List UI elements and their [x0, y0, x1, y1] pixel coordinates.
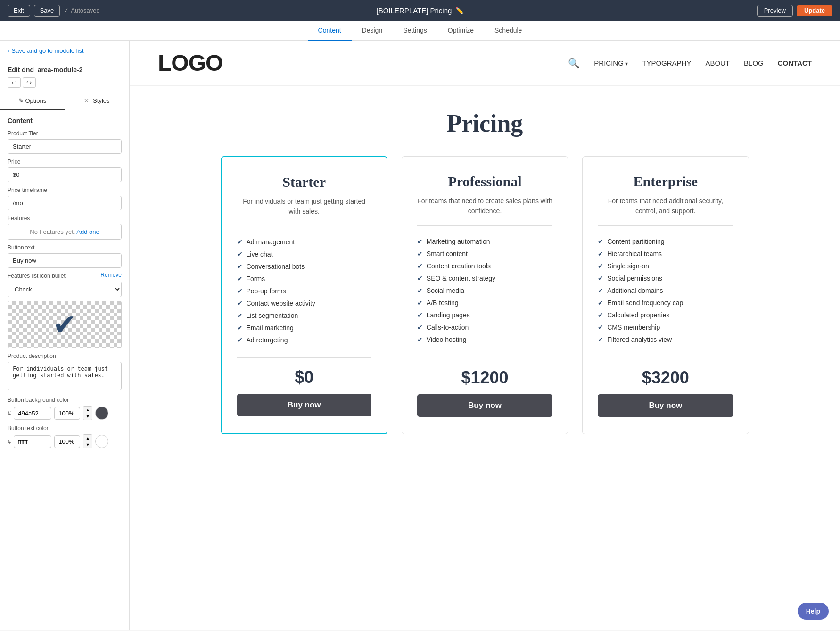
search-icon[interactable]: 🔍: [568, 58, 580, 69]
check-icon: ✔: [598, 287, 603, 294]
enterprise-price: $3200: [598, 368, 733, 388]
update-button[interactable]: Update: [797, 5, 832, 16]
tab-settings[interactable]: Settings: [393, 21, 437, 41]
back-to-module-list[interactable]: ‹ Save and go to module list: [0, 41, 129, 61]
list-item: ✔ Marketing automation: [417, 235, 552, 248]
starter-desc: For individuals or team just getting sta…: [237, 197, 371, 216]
nav-typography[interactable]: TYPOGRAPHY: [642, 59, 691, 67]
spin-up-bg[interactable]: ▲: [83, 407, 92, 413]
options-tab[interactable]: ✎ Options: [0, 92, 65, 110]
check-icon: ✔: [598, 250, 603, 257]
list-item: ✔ Video hosting: [417, 333, 552, 346]
styles-tab[interactable]: ✕ Styles: [65, 92, 129, 110]
spin-up-text[interactable]: ▲: [83, 435, 92, 441]
site-nav: 🔍 PRICING TYPOGRAPHY ABOUT BLOG CONTACT: [568, 58, 812, 69]
check-icon: ✔: [598, 311, 603, 319]
main-layout: ‹ Save and go to module list Edit dnd_ar…: [0, 41, 840, 630]
exit-button[interactable]: Exit: [8, 5, 30, 17]
site-header: LOGO 🔍 PRICING TYPOGRAPHY ABOUT BLOG CON…: [130, 41, 840, 86]
save-button[interactable]: Save: [34, 5, 60, 17]
product-desc-textarea[interactable]: For individuals or team just getting sta…: [8, 362, 122, 390]
list-item: ✔ A/B testing: [417, 297, 552, 309]
checkmark-preview: ✔: [8, 301, 122, 348]
btn-bg-color-row: # ▲ ▼: [8, 406, 122, 420]
undo-button[interactable]: ↩: [8, 77, 21, 88]
list-item: ✔ Pop-up forms: [237, 285, 371, 297]
price-timeframe-input[interactable]: [8, 196, 122, 210]
spin-down-bg[interactable]: ▼: [83, 413, 92, 420]
help-button[interactable]: Help: [798, 603, 829, 620]
professional-divider-bottom: [417, 358, 552, 358]
list-item: ✔ Landing pages: [417, 309, 552, 321]
history-controls: ↩ ↪: [0, 74, 129, 88]
pricing-grid: Starter For individuals or team just get…: [221, 156, 749, 434]
starter-buy-button[interactable]: Buy now: [237, 394, 371, 416]
add-feature-link[interactable]: Add one: [76, 228, 99, 235]
check-icon: ✔: [598, 262, 603, 270]
list-item: ✔ Calls-to-action: [417, 321, 552, 333]
bg-color-swatch[interactable]: [95, 407, 108, 420]
sidebar-title: Edit dnd_area-module-2: [0, 61, 129, 74]
spin-down-text[interactable]: ▼: [83, 441, 92, 448]
checkmark-icon: ✔: [53, 308, 76, 341]
redo-button[interactable]: ↪: [23, 77, 36, 88]
price-label: Price: [8, 158, 122, 165]
check-icon: ✓: [64, 7, 69, 14]
btn-bg-opacity-input[interactable]: [54, 407, 80, 420]
nav-blog[interactable]: BLOG: [744, 59, 764, 67]
list-item: ✔ List segmentation: [237, 309, 371, 322]
tab-content[interactable]: Content: [308, 21, 352, 41]
btn-bg-color-input[interactable]: [14, 407, 51, 420]
list-item: ✔ Single sign-on: [598, 260, 733, 272]
remove-icon-link[interactable]: Remove: [100, 272, 122, 278]
nav-pricing[interactable]: PRICING: [594, 59, 628, 67]
product-tier-input[interactable]: [8, 139, 122, 154]
preview-button[interactable]: Preview: [757, 5, 793, 17]
list-item: ✔ Filtered analytics view: [598, 333, 733, 346]
btn-text-opacity-input[interactable]: [54, 435, 80, 448]
professional-title: Professional: [417, 174, 552, 190]
tab-optimize[interactable]: Optimize: [437, 21, 484, 41]
price-input[interactable]: [8, 167, 122, 182]
list-item: ✔ Live chat: [237, 248, 371, 260]
enterprise-buy-button[interactable]: Buy now: [598, 394, 733, 417]
features-empty-state: No Features yet. Add one: [8, 224, 122, 240]
btn-text-color-input[interactable]: [14, 435, 51, 448]
pricing-card-enterprise: Enterprise For teams that need additiona…: [582, 156, 749, 434]
enterprise-features: ✔ Content partitioning ✔ Hierarchical te…: [598, 235, 733, 347]
check-icon: ✔: [237, 238, 243, 246]
check-icon: ✔: [417, 299, 423, 307]
tab-design[interactable]: Design: [352, 21, 393, 41]
enterprise-divider-bottom: [598, 358, 733, 358]
starter-price: $0: [237, 367, 371, 387]
professional-buy-button[interactable]: Buy now: [417, 394, 552, 417]
list-item: ✔ Ad management: [237, 236, 371, 248]
pencil-icon: ✎: [18, 97, 24, 104]
check-icon: ✔: [237, 287, 243, 295]
hash-label-bg: #: [8, 410, 11, 417]
list-item: ✔ Ad retargeting: [237, 334, 371, 346]
features-label-row: Features: [8, 210, 122, 224]
icon-select[interactable]: Check: [8, 282, 122, 297]
nav-about[interactable]: ABOUT: [705, 59, 730, 67]
text-color-swatch[interactable]: [95, 435, 108, 448]
check-icon: ✔: [237, 324, 243, 332]
btn-text-color-label: Button text color: [8, 425, 122, 432]
list-item: ✔ Conversational bots: [237, 260, 371, 273]
button-text-input[interactable]: [8, 253, 122, 268]
top-bar-right: Preview Update: [757, 5, 832, 17]
pricing-card-starter: Starter For individuals or team just get…: [221, 156, 387, 434]
check-icon: ✔: [417, 274, 423, 282]
starter-divider-bottom: [237, 357, 371, 358]
page-title: [BOILERPLATE] Pricing ✏️: [377, 7, 464, 15]
tab-schedule[interactable]: Schedule: [484, 21, 532, 41]
opacity-spinner-text: ▲ ▼: [83, 434, 92, 448]
check-icon: ✔: [417, 262, 423, 270]
check-icon: ✔: [598, 274, 603, 282]
list-item: ✔ Email marketing: [237, 322, 371, 334]
check-icon: ✔: [237, 299, 243, 307]
autosaved-status: ✓ Autosaved: [64, 7, 99, 14]
nav-contact[interactable]: CONTACT: [778, 59, 812, 67]
check-icon: ✔: [598, 238, 603, 245]
edit-title-icon[interactable]: ✏️: [455, 7, 463, 14]
